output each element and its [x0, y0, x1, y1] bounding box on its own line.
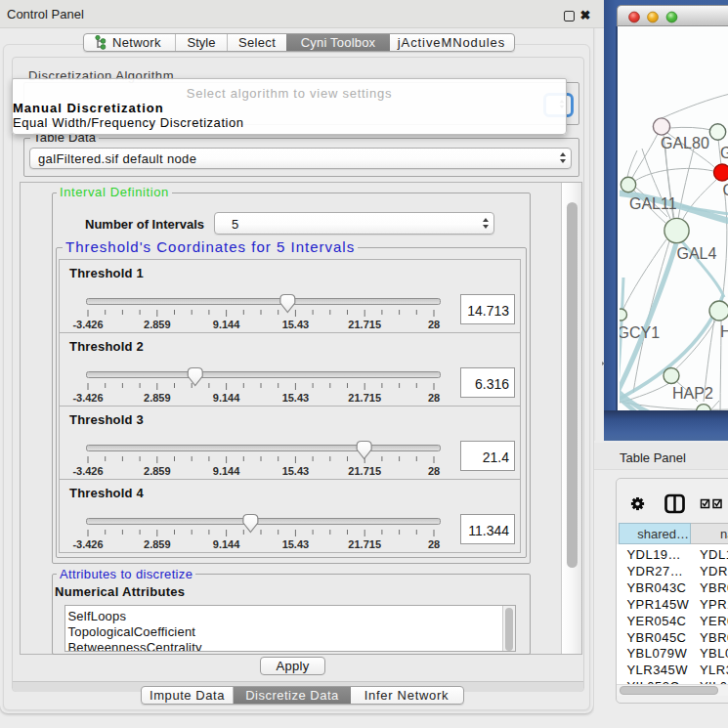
svg-text:GCY1: GCY1 [620, 324, 660, 341]
svg-text:GAL80: GAL80 [661, 135, 709, 151]
svg-text:H: H [720, 323, 728, 340]
svg-text:GAL11: GAL11 [629, 195, 677, 212]
svg-text:GAL4: GAL4 [677, 245, 717, 262]
svg-text:CA: CA [723, 182, 728, 198]
svg-text:GA: GA [720, 145, 728, 161]
svg-text:HAP2: HAP2 [672, 385, 713, 402]
